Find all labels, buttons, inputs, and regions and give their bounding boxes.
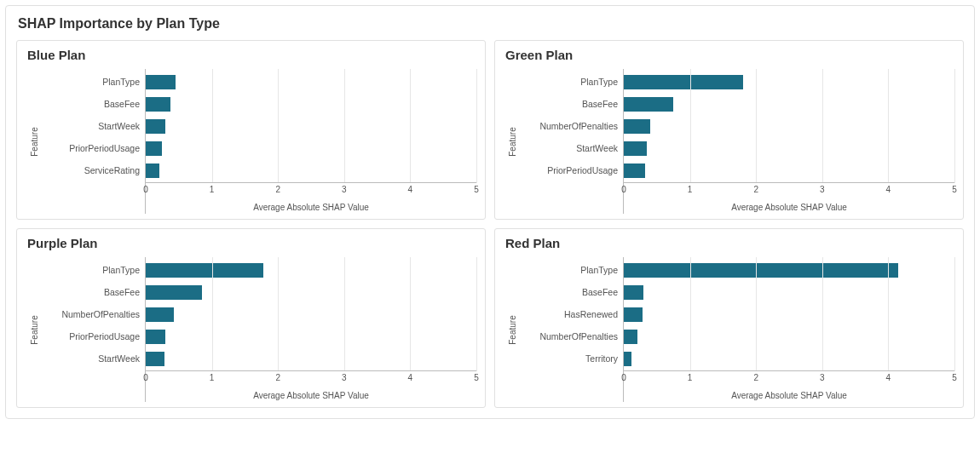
x-tick-label: 0 bbox=[621, 373, 626, 382]
plot-area: 012345 Average Absolute SHAP Value bbox=[145, 69, 476, 214]
gridline bbox=[954, 257, 955, 371]
x-axis-label: Average Absolute SHAP Value bbox=[624, 203, 954, 212]
category-label: PlanType bbox=[521, 71, 623, 93]
x-tick-label: 2 bbox=[753, 185, 758, 194]
x-tick-label: 0 bbox=[143, 373, 148, 382]
bar-row bbox=[624, 137, 954, 159]
bar bbox=[146, 75, 176, 89]
bar-row bbox=[146, 347, 476, 370]
category-label: BaseFee bbox=[521, 281, 623, 303]
y-axis-label: Feature bbox=[508, 315, 517, 344]
gridline bbox=[410, 69, 411, 183]
bar bbox=[146, 97, 170, 112]
category-label: HasRenewed bbox=[521, 303, 623, 325]
y-categories: PlanType BaseFee HasRenewed NumberOfPena… bbox=[521, 257, 623, 402]
dashboard-card: SHAP Importance by Plan Type Blue Plan F… bbox=[5, 5, 975, 419]
bar-row bbox=[146, 281, 476, 303]
bar bbox=[624, 285, 643, 300]
chart: Feature PlanType BaseFee StartWeek Prior… bbox=[26, 69, 476, 214]
gridline bbox=[756, 69, 757, 183]
x-tick-label: 4 bbox=[408, 373, 413, 382]
panel-purple-plan: Purple Plan Feature PlanType BaseFee Num… bbox=[16, 228, 486, 408]
gridline bbox=[756, 257, 757, 371]
bar bbox=[146, 352, 164, 366]
panel-title: Purple Plan bbox=[27, 236, 476, 250]
bar-row bbox=[146, 93, 476, 115]
x-tick-label: 2 bbox=[275, 185, 280, 194]
category-label: PlanType bbox=[43, 259, 145, 281]
y-categories: PlanType BaseFee NumberOfPenalties Prior… bbox=[43, 257, 145, 402]
category-label: BaseFee bbox=[521, 93, 623, 115]
gridline bbox=[690, 69, 691, 183]
x-axis-line bbox=[146, 370, 476, 371]
x-axis-line bbox=[146, 182, 476, 183]
x-tick-label: 4 bbox=[886, 185, 891, 194]
bar-row bbox=[624, 71, 954, 93]
category-label: NumberOfPenalties bbox=[521, 325, 623, 347]
x-ticks: 012345 bbox=[146, 373, 476, 385]
x-tick-label: 5 bbox=[474, 373, 479, 382]
bar bbox=[624, 352, 631, 366]
x-axis-label: Average Absolute SHAP Value bbox=[624, 391, 954, 400]
bar bbox=[624, 330, 637, 344]
x-axis-line bbox=[624, 182, 954, 183]
x-tick-label: 1 bbox=[688, 185, 693, 194]
bar bbox=[146, 285, 202, 300]
panel-green-plan: Green Plan Feature PlanType BaseFee Numb… bbox=[494, 40, 964, 220]
x-tick-label: 4 bbox=[886, 373, 891, 382]
x-tick-label: 0 bbox=[143, 185, 148, 194]
bar-row bbox=[624, 281, 954, 303]
category-label: StartWeek bbox=[521, 137, 623, 159]
category-label: NumberOfPenalties bbox=[43, 303, 145, 325]
x-tick-label: 1 bbox=[688, 373, 693, 382]
x-tick-label: 5 bbox=[952, 373, 957, 382]
gridline bbox=[278, 257, 279, 371]
bar bbox=[624, 97, 673, 112]
bars bbox=[146, 259, 476, 370]
x-tick-label: 1 bbox=[210, 373, 215, 382]
gridline bbox=[690, 257, 691, 371]
category-label: PriorPeriodUsage bbox=[43, 325, 145, 347]
gridline bbox=[212, 257, 213, 371]
gridline bbox=[888, 257, 889, 371]
gridline bbox=[410, 257, 411, 371]
bar bbox=[624, 164, 645, 178]
x-tick-label: 3 bbox=[820, 185, 825, 194]
bar bbox=[624, 307, 643, 322]
category-label: NumberOfPenalties bbox=[521, 115, 623, 137]
bar bbox=[146, 330, 165, 344]
y-axis-label: Feature bbox=[508, 127, 517, 156]
bar-row bbox=[624, 159, 954, 181]
x-tick-label: 3 bbox=[342, 373, 347, 382]
panel-red-plan: Red Plan Feature PlanType BaseFee HasRen… bbox=[494, 228, 964, 408]
gridline bbox=[476, 69, 477, 183]
category-label: ServiceRating bbox=[43, 159, 145, 181]
gridline bbox=[822, 69, 823, 183]
gridline bbox=[888, 69, 889, 183]
bar-row bbox=[624, 325, 954, 347]
category-label: Territory bbox=[521, 347, 623, 370]
y-categories: PlanType BaseFee NumberOfPenalties Start… bbox=[521, 69, 623, 214]
plot-area: 012345 Average Absolute SHAP Value bbox=[623, 257, 954, 402]
plot-area: 012345 Average Absolute SHAP Value bbox=[145, 257, 476, 402]
x-tick-label: 4 bbox=[408, 185, 413, 194]
bar-row bbox=[146, 137, 476, 159]
bar-row bbox=[624, 259, 954, 281]
bar-row bbox=[146, 115, 476, 137]
category-label: BaseFee bbox=[43, 93, 145, 115]
gridline bbox=[344, 69, 345, 183]
x-axis-label: Average Absolute SHAP Value bbox=[146, 391, 476, 400]
bars bbox=[146, 71, 476, 181]
x-tick-label: 2 bbox=[753, 373, 758, 382]
chart-grid: Blue Plan Feature PlanType BaseFee Start… bbox=[16, 40, 964, 408]
bar-row bbox=[624, 303, 954, 325]
bar-row bbox=[146, 71, 476, 93]
bar bbox=[146, 141, 162, 156]
plot-area: 012345 Average Absolute SHAP Value bbox=[623, 69, 954, 214]
category-label: BaseFee bbox=[43, 281, 145, 303]
bar-row bbox=[624, 93, 954, 115]
gridline bbox=[476, 257, 477, 371]
bar-row bbox=[624, 115, 954, 137]
category-label: PlanType bbox=[43, 71, 145, 93]
gridline bbox=[954, 69, 955, 183]
